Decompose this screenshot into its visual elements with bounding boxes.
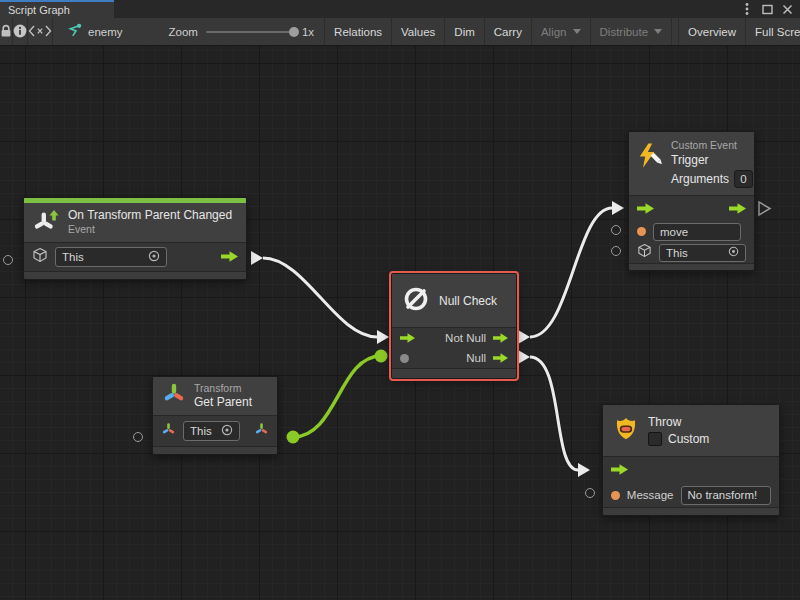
zoom-slider[interactable] [206, 31, 294, 33]
target-field-value: This [62, 251, 84, 263]
graph-toolbar: enemy Zoom 1x Relations Values Dim Carry… [0, 18, 800, 46]
transform-output-port[interactable] [254, 422, 269, 441]
inspect-button[interactable] [13, 18, 28, 45]
object-picker-icon[interactable] [221, 424, 233, 438]
graph-name-group: enemy [53, 18, 133, 45]
lock-button[interactable] [0, 18, 13, 45]
info-icon [13, 24, 27, 40]
align-label: Align [541, 26, 567, 38]
node-trigger-custom-event[interactable]: Custom Event Trigger Arguments 0 [628, 131, 755, 271]
node-on-transform-parent-changed[interactable]: On Transform Parent Changed Event This [23, 197, 247, 280]
tab-script-graph[interactable]: Script Graph [0, 0, 114, 18]
flow-output-port[interactable] [729, 200, 746, 218]
port-label-not-null: Not Null [445, 332, 486, 344]
transform-icon [162, 382, 186, 410]
flow-input-port[interactable] [611, 461, 628, 479]
transform-input-port[interactable] [161, 422, 176, 441]
trigger-output-port-marker [759, 202, 770, 215]
chevron-down-icon [654, 29, 662, 34]
event-name-input-port[interactable] [637, 227, 646, 236]
code-view-button[interactable] [28, 18, 53, 45]
dim-label: Dim [454, 26, 474, 38]
node-port-row [629, 196, 754, 221]
flow-input-port[interactable] [400, 329, 415, 347]
null-output-port[interactable] [493, 349, 508, 367]
fullscreen-button[interactable]: Full Screen [746, 18, 800, 45]
tab-title: Script Graph [8, 4, 70, 16]
tab-bar: Script Graph [0, 0, 800, 18]
node-header: Transform Get Parent [153, 377, 277, 416]
custom-checkbox-label: Custom [668, 432, 709, 447]
wire-arrowhead [612, 201, 624, 215]
node-header: On Transform Parent Changed Event [24, 203, 246, 243]
carry-button[interactable]: Carry [485, 18, 532, 45]
custom-checkbox[interactable] [648, 432, 662, 446]
align-dropdown[interactable]: Align [532, 18, 591, 45]
node-footer [392, 368, 516, 378]
arguments-field[interactable]: 0 [734, 170, 753, 188]
node-port-row: move [629, 221, 754, 242]
node-header: Custom Event Trigger Arguments 0 [629, 132, 754, 196]
overview-button[interactable]: Overview [678, 18, 746, 45]
transform-event-icon [33, 208, 60, 237]
dim-button[interactable]: Dim [445, 18, 484, 45]
node-null-check[interactable]: Null Check Not Null Null [391, 273, 517, 379]
event-name-field[interactable]: move [653, 223, 741, 241]
node-category: Custom Event [671, 139, 753, 152]
zoom-value: 1x [302, 26, 314, 38]
message-input-port[interactable] [611, 491, 620, 500]
node-category: Transform [194, 382, 252, 395]
node-throw[interactable]: Throw Custom Message No transform! [602, 404, 780, 516]
wire-notnull-to-trigger [530, 208, 612, 337]
node-footer [603, 507, 779, 515]
distribute-label: Distribute [600, 26, 649, 38]
target-field-value: This [666, 247, 688, 259]
target-field[interactable]: This [659, 244, 746, 262]
target-field[interactable]: This [55, 247, 167, 267]
message-field[interactable]: No transform! [681, 486, 772, 505]
zoom-slider-handle[interactable] [289, 27, 299, 37]
trigger-name-port-ring[interactable] [611, 225, 621, 235]
node-footer [24, 271, 246, 279]
maximize-icon[interactable] [760, 2, 774, 16]
cube-icon [32, 247, 48, 267]
lock-icon [0, 24, 12, 40]
values-button[interactable]: Values [392, 18, 445, 45]
node-port-row: Message No transform! [603, 483, 779, 507]
target-field[interactable]: This [183, 421, 240, 441]
flow-input-port[interactable] [637, 200, 654, 218]
distribute-dropdown[interactable]: Distribute [591, 18, 673, 45]
throw-error-icon [612, 415, 640, 447]
value-wire-end-dot [375, 350, 388, 363]
node-port-row [603, 457, 779, 483]
node-get-parent[interactable]: Transform Get Parent This [152, 376, 278, 455]
throw-message-port-ring[interactable] [585, 488, 595, 498]
target-field-value: This [190, 425, 212, 437]
script-graph-window: Script Graph [0, 0, 800, 600]
trigger-target-port-ring[interactable] [611, 246, 621, 256]
flow-output-port[interactable] [221, 248, 238, 266]
event-name-value: move [660, 226, 688, 238]
node-header: Throw Custom [603, 405, 779, 457]
chevron-down-icon [573, 29, 581, 34]
node-port-row: This [153, 416, 277, 446]
custom-event-icon [637, 143, 663, 177]
port-label-null: Null [466, 352, 486, 364]
kebab-menu-icon[interactable] [740, 2, 754, 16]
object-picker-icon[interactable] [728, 246, 739, 259]
cube-icon [637, 243, 652, 262]
not-null-output-port[interactable] [493, 329, 508, 347]
getparent-target-port-ring[interactable] [133, 432, 143, 442]
notnull-output-port-marker [518, 330, 530, 344]
value-input-port[interactable] [400, 354, 409, 363]
zoom-label: Zoom [169, 26, 198, 38]
event-output-port-marker [251, 251, 263, 265]
wire-event-to-nullcheck [263, 258, 377, 337]
relations-button[interactable]: Relations [324, 18, 392, 45]
close-icon[interactable] [780, 2, 794, 16]
object-picker-icon[interactable] [148, 250, 160, 264]
event-target-port-ring[interactable] [3, 255, 13, 265]
values-label: Values [401, 26, 435, 38]
graph-canvas[interactable]: On Transform Parent Changed Event This [0, 46, 800, 600]
code-icon [28, 25, 52, 39]
